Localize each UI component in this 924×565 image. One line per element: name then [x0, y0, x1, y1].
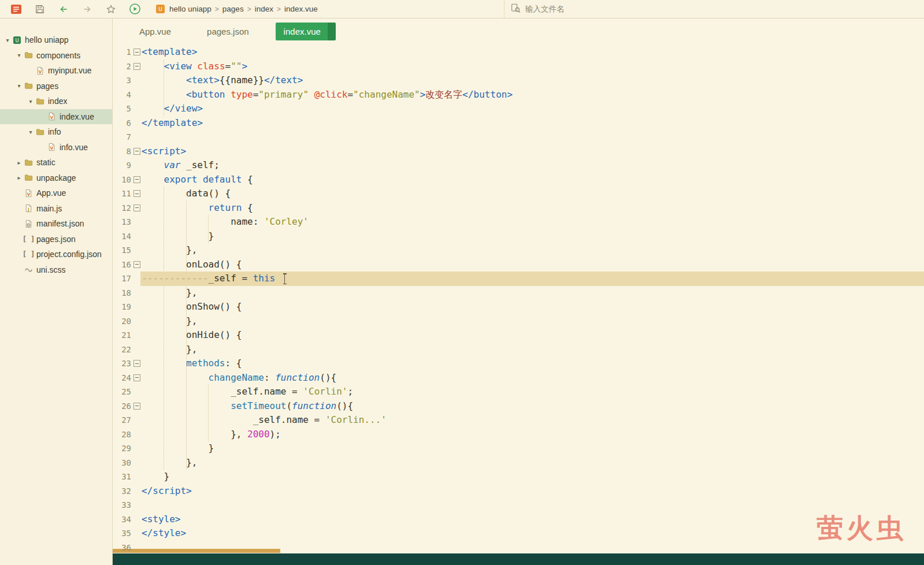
- code-line-16[interactable]: 16 onLoad() {: [113, 258, 924, 272]
- code-line-7[interactable]: 7: [113, 130, 924, 144]
- breadcrumb-item-hello-uniapp[interactable]: hello uniapp: [169, 5, 211, 13]
- code-text[interactable]: [140, 541, 924, 554]
- app-logo-icon[interactable]: [9, 2, 24, 17]
- code-line-14[interactable]: 14 }: [113, 229, 924, 244]
- code-line-1[interactable]: 1<template>: [113, 45, 924, 60]
- code-text[interactable]: },: [140, 343, 924, 357]
- code-text[interactable]: <template>: [140, 45, 924, 60]
- code-text[interactable]: export default {: [140, 173, 924, 187]
- forward-arrow-icon[interactable]: [80, 2, 95, 17]
- fold-marker-icon[interactable]: [133, 148, 140, 155]
- code-line-13[interactable]: 13 name: 'Corley': [113, 215, 924, 229]
- tree-item-project-config-json[interactable]: [ ]project.config.json: [0, 247, 112, 262]
- code-text[interactable]: changeName: function(){: [140, 371, 924, 385]
- code-text[interactable]: var _self;: [140, 158, 924, 173]
- tree-item-info-vue[interactable]: Vinfo.vue: [0, 140, 112, 155]
- chevron-down-icon[interactable]: ▾: [27, 98, 35, 105]
- code-line-23[interactable]: 23 methods: {: [113, 356, 924, 371]
- tab-pages-json[interactable]: pages.json: [198, 23, 258, 40]
- code-line-2[interactable]: 2 <view class="">: [113, 60, 924, 74]
- tree-item-index[interactable]: ▾index: [0, 94, 112, 109]
- chevron-down-icon[interactable]: ▾: [27, 129, 35, 135]
- chevron-down-icon[interactable]: ▾: [3, 37, 12, 43]
- breadcrumb-item-pages[interactable]: pages: [222, 5, 244, 13]
- code-text[interactable]: [140, 498, 924, 512]
- code-text[interactable]: }: [140, 470, 924, 484]
- code-line-32[interactable]: 32</script>: [113, 484, 924, 499]
- fold-marker-icon[interactable]: [133, 176, 140, 183]
- back-arrow-icon[interactable]: [56, 2, 71, 17]
- fold-marker-icon[interactable]: [133, 261, 140, 268]
- tree-item-myinput-vue[interactable]: Vmyinput.vue: [0, 63, 112, 79]
- code-text[interactable]: <script>: [140, 144, 924, 159]
- code-text[interactable]: },: [140, 286, 924, 300]
- code-text[interactable]: <view class="">: [140, 60, 924, 74]
- code-line-28[interactable]: 28 }, 2000);: [113, 428, 924, 442]
- code-text[interactable]: </script>: [140, 484, 924, 499]
- tree-item-static[interactable]: ▸static: [0, 155, 112, 170]
- code-area[interactable]: 1<template>2 <view class="">3 <text>{{na…: [113, 44, 924, 553]
- code-line-34[interactable]: 34<style>: [113, 512, 924, 527]
- code-line-18[interactable]: 18 },: [113, 286, 924, 300]
- save-icon[interactable]: [32, 2, 47, 17]
- code-line-35[interactable]: 35</style>: [113, 526, 924, 541]
- chevron-down-icon[interactable]: ▾: [15, 83, 23, 89]
- code-text[interactable]: </style>: [140, 526, 924, 541]
- code-text[interactable]: }: [140, 441, 924, 456]
- code-line-17[interactable]: 17------------_self = this: [113, 272, 924, 286]
- tree-item-unpackage[interactable]: ▸unpackage: [0, 170, 112, 186]
- code-text[interactable]: onShow() {: [140, 300, 924, 314]
- tree-item-index-vue[interactable]: Vindex.vue: [0, 109, 112, 125]
- tree-item-info[interactable]: ▾info: [0, 124, 112, 140]
- fold-marker-icon[interactable]: [133, 374, 140, 381]
- code-line-12[interactable]: 12 return {: [113, 201, 924, 215]
- code-line-25[interactable]: 25 _self.name = 'Corlin';: [113, 385, 924, 399]
- code-text[interactable]: <text>{{name}}</text>: [140, 73, 924, 88]
- code-text[interactable]: data() {: [140, 187, 924, 201]
- code-line-33[interactable]: 33: [113, 498, 924, 512]
- fold-marker-icon[interactable]: [133, 49, 140, 55]
- breadcrumb-item-index-vue[interactable]: index.vue: [284, 5, 318, 13]
- code-line-5[interactable]: 5 </view>: [113, 102, 924, 116]
- fold-marker-icon[interactable]: [133, 403, 140, 410]
- tree-item-main-js[interactable]: Jmain.js: [0, 201, 112, 217]
- code-line-8[interactable]: 8<script>: [113, 144, 924, 159]
- code-text[interactable]: ------------_self = this: [140, 272, 924, 286]
- star-icon[interactable]: [103, 2, 118, 17]
- code-line-21[interactable]: 21 onHide() {: [113, 328, 924, 343]
- code-text[interactable]: },: [140, 314, 924, 329]
- code-line-11[interactable]: 11 data() {: [113, 187, 924, 201]
- tree-item-hello-uniapp[interactable]: ▾Uhello uniapp: [0, 32, 112, 48]
- code-text[interactable]: [140, 130, 924, 144]
- code-line-36[interactable]: 36: [113, 541, 924, 554]
- code-line-22[interactable]: 22 },: [113, 343, 924, 357]
- fold-marker-icon[interactable]: [133, 360, 140, 367]
- breadcrumb-item-index[interactable]: index: [255, 5, 273, 13]
- tree-item-pages-json[interactable]: [ ]pages.json: [0, 232, 112, 247]
- fold-marker-icon[interactable]: [133, 190, 140, 197]
- tree-item-app-vue[interactable]: VApp.vue: [0, 185, 112, 201]
- tree-item-components[interactable]: ▾components: [0, 48, 112, 64]
- code-line-27[interactable]: 27 _self.name = 'Corlin...': [113, 413, 924, 428]
- code-text[interactable]: }: [140, 229, 924, 244]
- code-text[interactable]: _self.name = 'Corlin';: [140, 385, 924, 399]
- code-line-24[interactable]: 24 changeName: function(){: [113, 371, 924, 385]
- code-line-20[interactable]: 20 },: [113, 314, 924, 329]
- code-text[interactable]: <style>: [140, 512, 924, 527]
- code-text[interactable]: return {: [140, 201, 924, 215]
- code-line-4[interactable]: 4 <button type="primary" @click="changeN…: [113, 88, 924, 102]
- tree-item-pages[interactable]: ▾pages: [0, 79, 112, 94]
- tree-item-uni-scss[interactable]: uni.scss: [0, 262, 112, 278]
- run-icon[interactable]: [127, 2, 142, 17]
- chevron-right-icon[interactable]: ▸: [15, 174, 23, 181]
- code-line-10[interactable]: 10 export default {: [113, 173, 924, 187]
- code-text[interactable]: _self.name = 'Corlin...': [140, 413, 924, 428]
- search-icon[interactable]: [510, 3, 521, 16]
- code-line-15[interactable]: 15 },: [113, 243, 924, 258]
- code-text[interactable]: },: [140, 456, 924, 470]
- code-line-19[interactable]: 19 onShow() {: [113, 300, 924, 314]
- code-line-30[interactable]: 30 },: [113, 456, 924, 470]
- code-text[interactable]: name: 'Corley': [140, 215, 924, 229]
- tab-app-vue[interactable]: App.vue: [130, 23, 180, 40]
- tree-item-manifest-json[interactable]: manifest.json: [0, 216, 112, 232]
